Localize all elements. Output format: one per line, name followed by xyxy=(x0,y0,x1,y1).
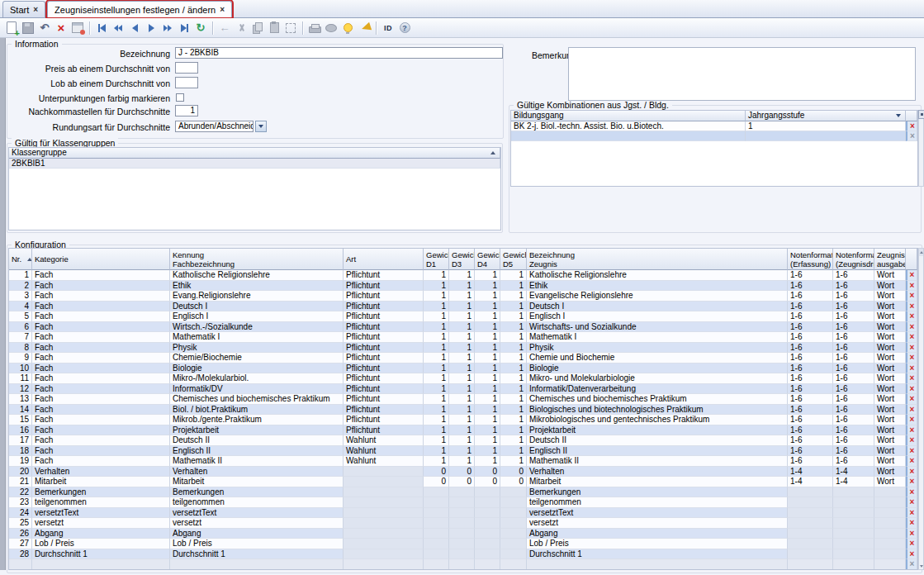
cell[interactable]: Projektarbeit xyxy=(170,425,344,436)
cell[interactable]: Wort xyxy=(874,467,906,478)
cell[interactable]: Abgang xyxy=(170,529,344,539)
cell[interactable]: Wort xyxy=(874,322,906,333)
cell[interactable]: 26 xyxy=(9,529,32,539)
cell[interactable]: 1-6 xyxy=(788,425,833,436)
cell[interactable]: 1 xyxy=(475,270,500,281)
cell[interactable]: 1 xyxy=(424,291,449,302)
print-button[interactable] xyxy=(306,20,323,36)
cell[interactable]: 1 xyxy=(475,343,500,354)
cell[interactable]: 1 xyxy=(475,415,500,425)
cell[interactable]: Wort xyxy=(874,332,906,343)
delete-row-button[interactable]: × xyxy=(906,373,917,384)
cell[interactable]: 1 xyxy=(500,332,527,343)
cell[interactable]: Fach xyxy=(32,270,170,281)
cell[interactable]: 1 xyxy=(500,353,527,364)
cell[interactable]: Mathematik II xyxy=(170,456,344,467)
cell[interactable] xyxy=(424,539,449,549)
cell[interactable]: Abgang xyxy=(32,529,170,539)
cell[interactable]: Pflichtunt xyxy=(344,364,424,374)
cell[interactable]: Abgang xyxy=(527,529,788,539)
cell[interactable] xyxy=(344,518,424,529)
cell[interactable]: 15 xyxy=(9,415,32,425)
cell[interactable]: 1 xyxy=(500,456,527,467)
cell[interactable]: 1 xyxy=(449,291,475,302)
cell[interactable]: BK 2-j. Biol.-techn. Assist. Bio. u.Biot… xyxy=(511,121,746,131)
delete-row-button[interactable]: × xyxy=(906,332,917,343)
cell[interactable]: Mikrob./gente.Praktikum xyxy=(170,415,344,425)
cell[interactable] xyxy=(788,559,833,570)
cell[interactable]: 0 xyxy=(424,467,449,478)
cell[interactable]: Chemisches und biochemisches Praktikum xyxy=(170,394,344,405)
cell[interactable]: versetztText xyxy=(527,508,788,519)
cell[interactable]: 1 xyxy=(500,322,527,333)
cell[interactable]: Wort xyxy=(874,405,906,416)
cell[interactable]: 24 xyxy=(9,508,32,519)
cell[interactable]: Katholische Religionslehre xyxy=(527,270,788,281)
cell[interactable] xyxy=(449,529,475,539)
delete-row-button[interactable]: × xyxy=(906,322,917,333)
cell[interactable] xyxy=(500,559,527,570)
cell[interactable] xyxy=(788,487,833,498)
cell[interactable]: Fach xyxy=(32,343,170,354)
cell[interactable]: Biol. / biot.Praktikum xyxy=(170,405,344,416)
cell[interactable]: Chemie und Biochemie xyxy=(527,353,788,364)
cell[interactable]: 1 xyxy=(424,302,449,312)
column-header[interactable]: BezeichnungZeugnis xyxy=(527,249,788,270)
cell[interactable]: 1-6 xyxy=(788,343,833,354)
cell[interactable] xyxy=(170,559,344,570)
cell[interactable]: Mitarbeit xyxy=(527,477,788,487)
cell[interactable]: 1 xyxy=(475,353,500,364)
cell[interactable]: 1 xyxy=(500,446,527,457)
cell[interactable]: 1 xyxy=(424,343,449,354)
cell[interactable]: 1 xyxy=(500,343,527,354)
cell[interactable]: 22 xyxy=(9,487,32,498)
cell[interactable]: 1-6 xyxy=(788,322,833,333)
cell[interactable]: 1 xyxy=(500,405,527,416)
cell[interactable] xyxy=(424,508,449,519)
cell[interactable]: Durchschnitt 1 xyxy=(170,549,344,560)
cell[interactable]: Biologie xyxy=(170,364,344,374)
cell[interactable]: 6 xyxy=(9,322,32,333)
column-header[interactable]: Klassengruppe xyxy=(9,148,500,159)
cell[interactable]: 1 xyxy=(500,281,527,292)
cell[interactable]: Englisch II xyxy=(527,446,788,457)
cell[interactable]: 1 xyxy=(475,322,500,333)
cell[interactable]: Wort xyxy=(874,364,906,374)
cell[interactable]: 1 xyxy=(500,384,527,395)
cell[interactable]: 1 xyxy=(500,270,527,281)
cell[interactable]: 1 xyxy=(449,415,475,425)
column-header[interactable]: Nr. xyxy=(9,249,32,270)
cell[interactable]: Evang.Religionslehre xyxy=(170,291,344,302)
bezeichnung-input[interactable]: J - 2BKBIB xyxy=(175,47,503,59)
cell[interactable]: 1 xyxy=(424,415,449,425)
column-header[interactable]: Notenformat(Erfassung) xyxy=(788,249,833,270)
cell[interactable]: 0 xyxy=(500,467,527,478)
cell[interactable]: 25 xyxy=(9,518,32,529)
cell[interactable]: Wort xyxy=(874,456,906,467)
cell[interactable] xyxy=(500,539,527,549)
cell[interactable]: Bemerkungen xyxy=(32,487,170,498)
cell[interactable] xyxy=(500,518,527,529)
cell[interactable]: 1 xyxy=(500,302,527,312)
cell[interactable] xyxy=(344,467,424,478)
cell[interactable]: 1 xyxy=(475,373,500,384)
cell[interactable] xyxy=(500,549,527,560)
cell[interactable]: 1-6 xyxy=(833,270,874,281)
cell[interactable]: Wahlunt xyxy=(344,456,424,467)
cell[interactable]: 1 xyxy=(424,425,449,436)
cell[interactable]: Durchschnitt 1 xyxy=(527,549,788,560)
cell[interactable]: Fach xyxy=(32,302,170,312)
cell[interactable]: Deutsch I xyxy=(527,302,788,312)
cell[interactable]: Pflichtunt xyxy=(344,405,424,416)
cell[interactable]: 1 xyxy=(424,446,449,457)
cell[interactable]: 1-6 xyxy=(833,364,874,374)
cell[interactable]: 1-6 xyxy=(788,456,833,467)
cell[interactable]: Wort xyxy=(874,384,906,395)
cell[interactable] xyxy=(344,497,424,508)
cell[interactable] xyxy=(449,487,475,498)
tab-zeugniseinstellungen[interactable]: Zeugniseinstellungen festlegen / ändern … xyxy=(47,1,232,17)
cell[interactable]: Wort xyxy=(874,311,906,322)
delete-row-button[interactable]: × xyxy=(906,131,917,141)
cell[interactable]: Fach xyxy=(32,425,170,436)
cell[interactable]: Fach xyxy=(32,384,170,395)
